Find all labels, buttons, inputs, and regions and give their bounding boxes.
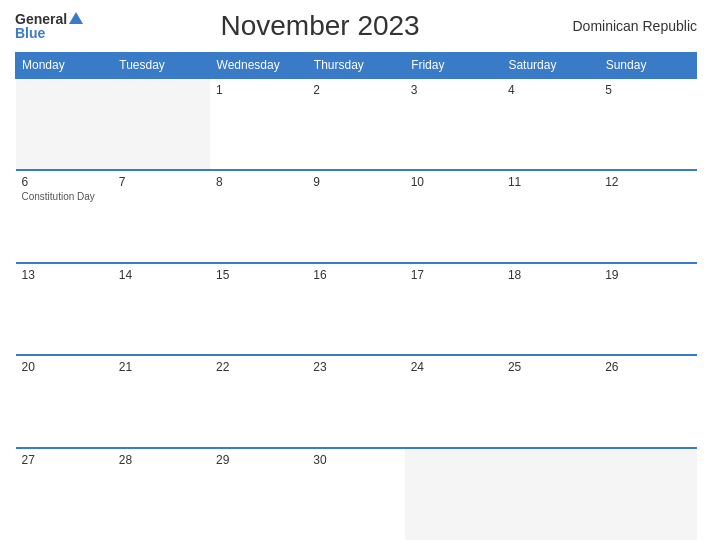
calendar-cell: 7: [113, 170, 210, 262]
day-number: 27: [22, 453, 107, 467]
day-number: 8: [216, 175, 301, 189]
day-number: 4: [508, 83, 593, 97]
logo-general-text: General: [15, 12, 67, 26]
calendar-header: General Blue November 2023 Dominican Rep…: [15, 10, 697, 42]
calendar-week-row: 12345: [16, 78, 697, 170]
calendar-cell: 25: [502, 355, 599, 447]
weekday-header-tuesday: Tuesday: [113, 53, 210, 79]
calendar-cell: [405, 448, 502, 540]
day-number: 5: [605, 83, 690, 97]
day-number: 6: [22, 175, 107, 189]
day-number: 14: [119, 268, 204, 282]
day-number: 17: [411, 268, 496, 282]
calendar-cell: [113, 78, 210, 170]
day-number: 13: [22, 268, 107, 282]
calendar-cell: 5: [599, 78, 696, 170]
calendar-cell: 8: [210, 170, 307, 262]
day-number: 10: [411, 175, 496, 189]
calendar-cell: [502, 448, 599, 540]
day-number: 26: [605, 360, 690, 374]
logo-triangle-icon: [69, 12, 83, 24]
calendar-cell: [599, 448, 696, 540]
calendar-cell: 21: [113, 355, 210, 447]
calendar-week-row: 20212223242526: [16, 355, 697, 447]
day-number: 29: [216, 453, 301, 467]
logo: General Blue: [15, 12, 83, 40]
calendar-cell: 1: [210, 78, 307, 170]
day-number: 2: [313, 83, 398, 97]
calendar-cell: 19: [599, 263, 696, 355]
day-number: 28: [119, 453, 204, 467]
event-label: Constitution Day: [22, 191, 107, 202]
day-number: 11: [508, 175, 593, 189]
calendar-cell: 14: [113, 263, 210, 355]
calendar-cell: 28: [113, 448, 210, 540]
calendar-cell: 9: [307, 170, 404, 262]
day-number: 21: [119, 360, 204, 374]
calendar-cell: 27: [16, 448, 113, 540]
calendar-cell: 10: [405, 170, 502, 262]
day-number: 15: [216, 268, 301, 282]
calendar-cell: 4: [502, 78, 599, 170]
weekday-header-row: MondayTuesdayWednesdayThursdayFridaySatu…: [16, 53, 697, 79]
day-number: 9: [313, 175, 398, 189]
calendar-cell: 11: [502, 170, 599, 262]
logo-blue-text: Blue: [15, 26, 83, 40]
weekday-header-monday: Monday: [16, 53, 113, 79]
calendar-cell: 26: [599, 355, 696, 447]
calendar-cell: 3: [405, 78, 502, 170]
weekday-header-friday: Friday: [405, 53, 502, 79]
day-number: 24: [411, 360, 496, 374]
day-number: 23: [313, 360, 398, 374]
day-number: 20: [22, 360, 107, 374]
day-number: 1: [216, 83, 301, 97]
calendar-cell: 23: [307, 355, 404, 447]
calendar-week-row: 27282930: [16, 448, 697, 540]
calendar-cell: 6Constitution Day: [16, 170, 113, 262]
day-number: 22: [216, 360, 301, 374]
day-number: 12: [605, 175, 690, 189]
calendar-cell: 16: [307, 263, 404, 355]
weekday-header-saturday: Saturday: [502, 53, 599, 79]
calendar-cell: 24: [405, 355, 502, 447]
calendar-cell: 29: [210, 448, 307, 540]
day-number: 25: [508, 360, 593, 374]
calendar-cell: 12: [599, 170, 696, 262]
calendar-cell: 18: [502, 263, 599, 355]
calendar-week-row: 6Constitution Day789101112: [16, 170, 697, 262]
calendar-cell: 22: [210, 355, 307, 447]
calendar-cell: 30: [307, 448, 404, 540]
calendar-table: MondayTuesdayWednesdayThursdayFridaySatu…: [15, 52, 697, 540]
day-number: 19: [605, 268, 690, 282]
calendar-cell: 2: [307, 78, 404, 170]
day-number: 16: [313, 268, 398, 282]
calendar-cell: 20: [16, 355, 113, 447]
calendar-cell: 13: [16, 263, 113, 355]
weekday-header-wednesday: Wednesday: [210, 53, 307, 79]
day-number: 30: [313, 453, 398, 467]
country-label: Dominican Republic: [557, 18, 697, 34]
day-number: 3: [411, 83, 496, 97]
weekday-header-thursday: Thursday: [307, 53, 404, 79]
calendar-wrapper: General Blue November 2023 Dominican Rep…: [0, 0, 712, 550]
day-number: 18: [508, 268, 593, 282]
calendar-cell: 17: [405, 263, 502, 355]
calendar-cell: [16, 78, 113, 170]
day-number: 7: [119, 175, 204, 189]
calendar-cell: 15: [210, 263, 307, 355]
calendar-week-row: 13141516171819: [16, 263, 697, 355]
weekday-header-sunday: Sunday: [599, 53, 696, 79]
month-title: November 2023: [83, 10, 557, 42]
